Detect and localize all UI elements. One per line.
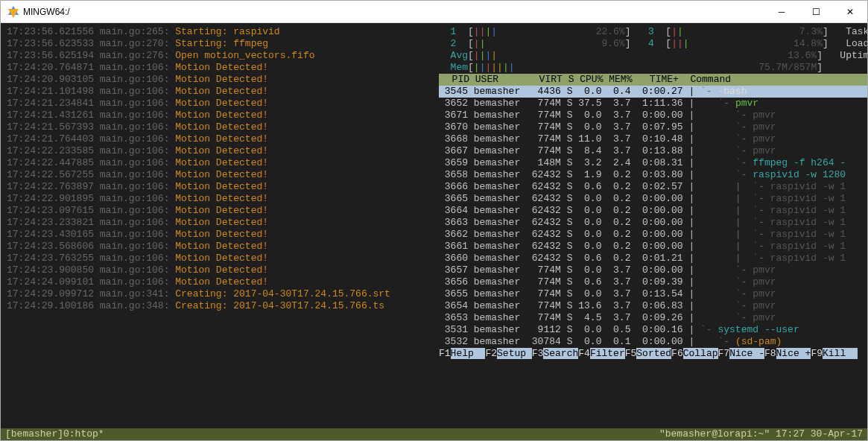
fkey-f3[interactable]: F3 [532,348,544,359]
process-row[interactable]: 3665 bemasher 62432 S 0.0 0.2 0:00.00 | … [439,193,868,205]
process-row[interactable]: 3664 bemasher 62432 S 0.0 0.2 0:00.00 | … [439,205,868,217]
log-line: 17:24:21.234841 main.go:106: Motion Dete… [7,98,431,110]
process-row[interactable]: 3545 bemasher 4436 S 0.0 0.4 0:00.27 | `… [439,86,868,98]
log-line: 17:24:23.900850 main.go:106: Motion Dete… [7,264,431,276]
process-row[interactable]: 3654 bemasher 774M S 13.6 3.7 0:06.83 | … [439,300,868,312]
fkey-f6[interactable]: F6 [671,348,683,359]
status-right: "bemasher@lorapi:~" 17:27 30-Apr-17 [659,428,863,440]
log-line: 17:24:21.431261 main.go:106: Motion Dete… [7,110,431,121]
process-row[interactable]: 3658 bemasher 62432 S 1.9 0.2 0:03.80 | … [439,169,868,181]
log-line: 17:24:22.233585 main.go:106: Motion Dete… [7,145,431,157]
log-line: 17:24:20.764871 main.go:106: Motion Dete… [7,62,431,74]
fkey-f5[interactable]: F5 [625,348,637,359]
close-button[interactable]: ✕ [833,1,867,23]
tmux-statusbar: [bemasher]0:htop* "bemasher@lorapi:~" 17… [1,428,867,440]
fkey-f9[interactable]: F9 [811,348,823,359]
maximize-button[interactable]: ☐ [799,1,833,23]
log-line: 17:24:29.100186 main.go:348: Creating: 2… [7,300,431,312]
fkey-f1[interactable]: F1 [439,348,451,359]
process-row[interactable]: 3532 bemasher 30784 S 0.0 0.1 0:00.00 | … [439,336,868,348]
process-row[interactable]: 3531 bemasher 9112 S 0.0 0.5 0:00.16 | `… [439,324,868,336]
process-table-header: PID USER VIRT S CPU% MEM% TIME+ Command [439,74,868,86]
process-row[interactable]: 3670 bemasher 774M S 0.0 3.7 0:07.95 | `… [439,121,868,133]
log-line: 17:24:22.447885 main.go:106: Motion Dete… [7,157,431,169]
status-left: [bemasher]0:htop* [5,428,104,440]
cpu-meters: 1 [|||| 22.6%] 3 [|| 7.3%] Tasks: 29, 18… [439,26,868,74]
window-title: MINGW64:/ [23,6,70,18]
process-row[interactable]: 3662 bemasher 62432 S 0.0 0.2 0:00.00 | … [439,229,868,241]
process-row[interactable]: 3666 bemasher 62432 S 0.6 0.2 0:02.57 | … [439,181,868,193]
log-line: 17:24:23.568606 main.go:106: Motion Dete… [7,241,431,253]
log-line: 17:24:20.903105 main.go:106: Motion Dete… [7,74,431,86]
log-line: 17:24:23.763255 main.go:106: Motion Dete… [7,253,431,264]
process-row[interactable]: 3667 bemasher 774M S 8.4 3.7 0:13.88 | `… [439,145,868,157]
process-row[interactable]: 3660 bemasher 62432 S 0.6 0.2 0:01.21 | … [439,253,868,264]
log-line: 17:24:22.763897 main.go:106: Motion Dete… [7,181,431,193]
log-line: 17:24:29.099712 main.go:341: Creating: 2… [7,288,431,300]
log-line: 17:23:56.623533 main.go:270: Starting: f… [7,38,431,50]
minimize-button[interactable]: ─ [764,1,799,23]
process-row[interactable]: 3663 bemasher 62432 S 0.0 0.2 0:00.00 | … [439,217,868,229]
process-row[interactable]: 3661 bemasher 62432 S 0.0 0.2 0:00.00 | … [439,241,868,253]
log-line: 17:23:56.625194 main.go:276: Open motion… [7,50,431,62]
terminal[interactable]: 17:23:56.621556 main.go:265: Starting: r… [1,23,867,440]
fkey-f8[interactable]: F8 [764,348,776,359]
log-line: 17:24:21.764403 main.go:106: Motion Dete… [7,133,431,145]
process-row[interactable]: 3655 bemasher 774M S 0.0 3.7 0:13.54 | `… [439,288,868,300]
log-line: 17:24:23.233821 main.go:106: Motion Dete… [7,217,431,229]
log-line: 17:24:23.430165 main.go:106: Motion Dete… [7,229,431,241]
process-row[interactable]: 3652 bemasher 774M S 37.5 3.7 1:11.36 | … [439,98,868,110]
process-row[interactable]: 3668 bemasher 774M S 11.0 3.7 0:10.48 | … [439,133,868,145]
log-line: 17:24:23.097615 main.go:106: Motion Dete… [7,205,431,217]
app-icon [7,6,19,18]
log-line: 17:24:21.101498 main.go:106: Motion Dete… [7,86,431,98]
function-key-bar: F1Help F2Setup F3SearchF4FilterF5SortedF… [439,348,868,360]
process-row[interactable]: 3653 bemasher 774M S 4.5 3.7 0:09.26 | `… [439,312,868,324]
log-line: 17:24:24.099101 main.go:106: Motion Dete… [7,276,431,288]
process-row[interactable]: 3671 bemasher 774M S 0.0 3.7 0:00.00 | `… [439,110,868,121]
process-row[interactable]: 3657 bemasher 774M S 0.0 3.7 0:00.00 | `… [439,264,868,276]
log-line: 17:24:22.901895 main.go:106: Motion Dete… [7,193,431,205]
process-row[interactable]: 3659 bemasher 148M S 3.2 2.4 0:08.31 | `… [439,157,868,169]
htop-pane: 1 [|||| 22.6%] 3 [|| 7.3%] Tasks: 29, 18… [431,26,868,428]
fkey-f7[interactable]: F7 [718,348,730,359]
log-line: 17:24:22.567255 main.go:106: Motion Dete… [7,169,431,181]
window-titlebar: MINGW64:/ ─ ☐ ✕ [1,1,867,23]
fkey-f2[interactable]: F2 [485,348,497,359]
log-line: 17:24:21.567393 main.go:106: Motion Dete… [7,121,431,133]
log-pane: 17:23:56.621556 main.go:265: Starting: r… [7,26,431,428]
log-line: 17:23:56.621556 main.go:265: Starting: r… [7,26,431,38]
fkey-f4[interactable]: F4 [578,348,590,359]
process-row[interactable]: 3656 bemasher 774M S 0.6 3.7 0:09.39 | `… [439,276,868,288]
process-table-body: 3545 bemasher 4436 S 0.0 0.4 0:00.27 | `… [439,86,868,348]
